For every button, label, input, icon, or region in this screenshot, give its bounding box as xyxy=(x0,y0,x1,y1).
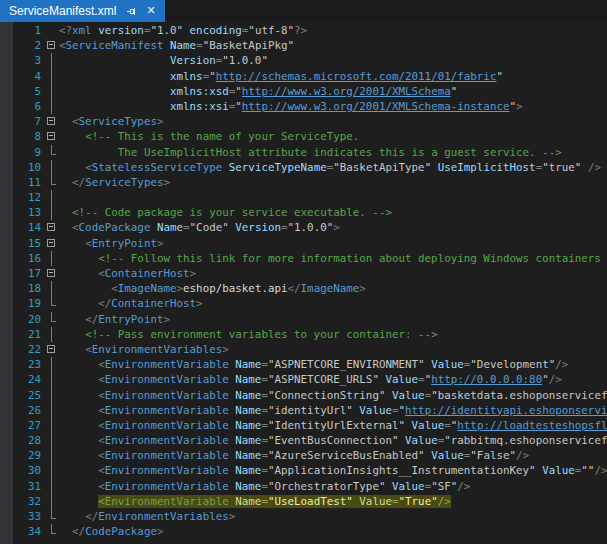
code-text[interactable]: <!-- Pass environment variables to your … xyxy=(59,327,607,342)
code-text[interactable]: <!-- This is the name of your ServiceTyp… xyxy=(59,129,607,144)
code-text[interactable]: <EnvironmentVariable Name="ApplicationIn… xyxy=(59,463,607,478)
code-line: 16 <!-- Follow this link for more inform… xyxy=(13,251,607,266)
fold-line xyxy=(51,160,52,175)
code-text[interactable]: <ContainerHost> xyxy=(59,266,607,281)
code-text[interactable]: <StatelessServiceType ServiceTypeName="B… xyxy=(59,160,607,175)
fold-guide xyxy=(44,145,59,160)
fold-guide xyxy=(44,84,59,99)
code-line: 9 The UseImplicitHost attribute indicate… xyxy=(13,145,607,160)
line-number: 5 xyxy=(13,84,44,99)
code-line: 2<ServiceManifest Name="BasketApiPkg" xyxy=(13,38,607,53)
fold-guide xyxy=(44,433,59,448)
code-line: 33 </EnvironmentVariables> xyxy=(13,509,607,524)
fold-line xyxy=(51,388,52,403)
line-number: 9 xyxy=(13,145,44,160)
line-number: 16 xyxy=(13,251,44,266)
code-text[interactable]: The UseImplicitHost attribute indicates … xyxy=(59,145,607,160)
fold-toggle[interactable] xyxy=(44,266,59,281)
fold-guide xyxy=(44,190,59,205)
line-number: 14 xyxy=(13,220,44,235)
code-line: 1<?xml version="1.0" encoding="utf-8"?> xyxy=(13,23,607,38)
code-text[interactable]: <EnvironmentVariable Name="identityUrl" … xyxy=(59,403,607,418)
fold-guide xyxy=(44,205,59,220)
code-text[interactable]: </ServiceTypes> xyxy=(59,175,607,190)
code-text[interactable]: <EnvironmentVariable Name="ConnectionStr… xyxy=(59,388,607,403)
code-text[interactable]: </EnvironmentVariables> xyxy=(59,509,607,524)
code-line: 7 <ServiceTypes> xyxy=(13,114,607,129)
collapse-box-icon[interactable] xyxy=(47,132,55,140)
code-line: 17 <ContainerHost> xyxy=(13,266,607,281)
line-number: 19 xyxy=(13,296,44,311)
code-text[interactable]: </CodePackage> xyxy=(59,524,607,539)
line-number: 10 xyxy=(13,160,44,175)
code-text[interactable]: <ServiceTypes> xyxy=(59,114,607,129)
code-text[interactable]: <?xml version="1.0" encoding="utf-8"?> xyxy=(59,23,607,38)
code-line: 28 <EnvironmentVariable Name="EventBusCo… xyxy=(13,433,607,448)
collapse-box-icon[interactable] xyxy=(47,239,55,247)
code-text[interactable]: </ContainerHost> xyxy=(59,296,607,311)
code-text[interactable]: <ServiceManifest Name="BasketApiPkg" xyxy=(59,38,607,53)
code-text[interactable]: </EntryPoint> xyxy=(59,312,607,327)
fold-toggle[interactable] xyxy=(44,38,59,53)
code-text[interactable]: <EnvironmentVariable Name="UseLoadTest" … xyxy=(59,494,607,509)
breakpoint-margin[interactable] xyxy=(0,22,13,544)
code-text[interactable]: Version="1.0.0" xyxy=(59,53,607,68)
code-text[interactable]: <EnvironmentVariable Name="OrchestratorT… xyxy=(59,479,607,494)
fold-end xyxy=(51,296,56,306)
code-line: 15 <EntryPoint> xyxy=(13,236,607,251)
close-icon[interactable]: ✕ xyxy=(146,0,155,22)
code-line: 27 <EnvironmentVariable Name="IdentityUr… xyxy=(13,418,607,433)
fold-guide xyxy=(44,357,59,372)
line-number: 2 xyxy=(13,38,44,53)
line-number: 18 xyxy=(13,281,44,296)
fold-guide xyxy=(44,524,59,539)
code-line: 21 <!-- Pass environment variables to yo… xyxy=(13,327,607,342)
fold-line xyxy=(51,403,52,418)
fold-line xyxy=(51,372,52,387)
line-number: 32 xyxy=(13,494,44,509)
fold-line xyxy=(51,53,52,68)
collapse-box-icon[interactable] xyxy=(47,345,55,353)
fold-guide xyxy=(44,479,59,494)
code-text[interactable]: <EntryPoint> xyxy=(59,236,607,251)
fold-toggle[interactable] xyxy=(44,129,59,144)
code-text[interactable]: <ImageName>eshop/basket.api</ImageName> xyxy=(59,281,607,296)
fold-line xyxy=(51,190,52,205)
collapse-box-icon[interactable] xyxy=(47,41,55,49)
fold-end xyxy=(51,175,56,185)
code-text[interactable]: xmlns:xsi="http://www.w3.org/2001/XMLSch… xyxy=(59,99,607,114)
fold-toggle[interactable] xyxy=(44,342,59,357)
pin-icon[interactable] xyxy=(126,6,137,17)
collapse-box-icon[interactable] xyxy=(47,269,55,277)
code-text[interactable]: xmlns="http://schemas.microsoft.com/2011… xyxy=(59,69,607,84)
code-line: 31 <EnvironmentVariable Name="Orchestrat… xyxy=(13,479,607,494)
code-text[interactable]: <EnvironmentVariable Name="IdentityUrlEx… xyxy=(59,418,607,433)
collapse-box-icon[interactable] xyxy=(47,223,55,231)
code-line: 13 <!-- Code package is your service exe… xyxy=(13,205,607,220)
code-text[interactable]: <!-- Follow this link for more informati… xyxy=(59,251,607,266)
code-text[interactable]: <EnvironmentVariable Name="ASPNETCORE_UR… xyxy=(59,372,607,387)
code-line: 11 </ServiceTypes> xyxy=(13,175,607,190)
line-number: 7 xyxy=(13,114,44,129)
code-text[interactable]: <CodePackage Name="Code" Version="1.0.0"… xyxy=(59,220,607,235)
code-text[interactable]: <EnvironmentVariables> xyxy=(59,342,607,357)
code-text[interactable]: <!-- Code package is your service execut… xyxy=(59,205,607,220)
line-number: 28 xyxy=(13,433,44,448)
tab-servicemanifest[interactable]: ServiceManifest.xml ✕ xyxy=(0,0,165,22)
collapse-box-icon[interactable] xyxy=(47,117,55,125)
code-text[interactable]: <EnvironmentVariable Name="EventBusConne… xyxy=(59,433,607,448)
code-text[interactable]: <EnvironmentVariable Name="AzureServiceB… xyxy=(59,448,607,463)
fold-guide xyxy=(44,312,59,327)
code-text[interactable]: <EnvironmentVariable Name="ASPNETCORE_EN… xyxy=(59,357,607,372)
fold-line xyxy=(51,418,52,433)
code-line: 32 <EnvironmentVariable Name="UseLoadTes… xyxy=(13,494,607,509)
fold-toggle[interactable] xyxy=(44,114,59,129)
fold-guide xyxy=(44,463,59,478)
line-number: 3 xyxy=(13,53,44,68)
fold-toggle[interactable] xyxy=(44,220,59,235)
code-text[interactable]: xmlns:xsd="http://www.w3.org/2001/XMLSch… xyxy=(59,84,607,99)
code-line: 18 <ImageName>eshop/basket.api</ImageNam… xyxy=(13,281,607,296)
line-number: 20 xyxy=(13,312,44,327)
code-text[interactable] xyxy=(59,190,607,205)
fold-toggle[interactable] xyxy=(44,236,59,251)
